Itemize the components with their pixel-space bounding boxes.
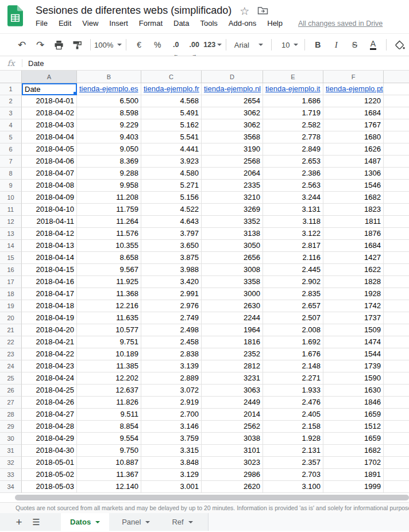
row-number[interactable]: 25	[0, 372, 22, 385]
data-cell[interactable]: 3352	[202, 216, 263, 228]
data-cell[interactable]: 2018-04-13	[22, 240, 77, 252]
data-cell[interactable]: 1487	[323, 156, 384, 168]
menu-file[interactable]: File	[36, 19, 48, 28]
row-number[interactable]: 23	[0, 348, 22, 360]
data-cell[interactable]: 6.500	[77, 95, 141, 107]
menu-addons[interactable]: Add-ons	[229, 19, 256, 28]
empty-cell[interactable]	[384, 192, 409, 204]
data-cell[interactable]: 10.189	[77, 348, 141, 360]
data-cell[interactable]: 2.386	[263, 168, 323, 180]
row-number[interactable]: 30	[0, 433, 22, 445]
menu-tools[interactable]: Tools	[200, 19, 217, 28]
data-cell[interactable]: 3.129	[141, 469, 202, 481]
format-percent-button[interactable]: %	[150, 37, 165, 52]
row-number[interactable]: 34	[0, 481, 22, 493]
data-cell[interactable]: 12.637	[77, 385, 141, 397]
data-cell[interactable]: 1737	[323, 312, 384, 324]
data-cell[interactable]: 1544	[323, 348, 384, 360]
row-number[interactable]: 8	[0, 168, 22, 180]
data-cell[interactable]: 1682	[323, 192, 384, 204]
menu-insert[interactable]: Insert	[109, 19, 128, 28]
data-cell[interactable]: 2.976	[141, 300, 202, 312]
data-cell[interactable]: 2018-04-02	[22, 107, 77, 119]
row-number[interactable]: 13	[0, 228, 22, 240]
data-cell[interactable]: 2986	[202, 469, 263, 481]
column-header-b[interactable]: B	[77, 71, 141, 83]
data-cell[interactable]: 11.826	[77, 397, 141, 409]
data-cell[interactable]: 2018-04-09	[22, 192, 77, 204]
data-cell[interactable]: 3.315	[141, 445, 202, 457]
data-cell[interactable]: 1680	[323, 131, 384, 143]
data-cell[interactable]: 2064	[202, 168, 263, 180]
data-cell[interactable]: 1.692	[263, 336, 323, 348]
data-cell[interactable]: 2.582	[263, 119, 323, 131]
data-cell[interactable]: 3568	[202, 131, 263, 143]
row-number[interactable]: 2	[0, 95, 22, 107]
data-cell[interactable]: 1767	[323, 119, 384, 131]
data-cell[interactable]: 2.357	[263, 457, 323, 469]
data-cell[interactable]: 2.902	[263, 276, 323, 288]
tab-panel[interactable]: Panel	[113, 513, 159, 531]
data-cell[interactable]: 9.511	[77, 409, 141, 421]
print-icon[interactable]	[51, 37, 66, 52]
data-cell[interactable]: 2018-04-03	[22, 119, 77, 131]
empty-cell[interactable]	[384, 143, 409, 156]
empty-cell[interactable]	[384, 240, 409, 252]
data-cell[interactable]: 2630	[202, 300, 263, 312]
data-cell[interactable]: 2018-04-15	[22, 264, 77, 276]
empty-cell[interactable]	[384, 324, 409, 336]
data-cell[interactable]: 1306	[323, 168, 384, 180]
data-cell[interactable]: 2.498	[141, 324, 202, 336]
row-number[interactable]: 3	[0, 107, 22, 119]
row-number[interactable]: 19	[0, 300, 22, 312]
data-cell[interactable]: 1630	[323, 385, 384, 397]
data-cell[interactable]: 2.749	[141, 312, 202, 324]
data-cell[interactable]: 11.635	[77, 312, 141, 324]
selected-cell-a1[interactable]: Date	[22, 83, 77, 95]
paint-format-icon[interactable]	[70, 37, 84, 52]
data-cell[interactable]: 3.072	[141, 385, 202, 397]
row-number[interactable]: 29	[0, 421, 22, 433]
row-number[interactable]: 22	[0, 336, 22, 348]
data-cell[interactable]: 3.139	[141, 360, 202, 372]
data-cell[interactable]: 2018-04-30	[22, 445, 77, 457]
empty-cell[interactable]	[384, 83, 409, 95]
empty-cell[interactable]	[384, 457, 409, 469]
data-cell[interactable]: 2018-05-01	[22, 457, 77, 469]
data-cell[interactable]: 4.522	[141, 204, 202, 216]
formula-bar-value[interactable]: Date	[28, 59, 44, 68]
empty-cell[interactable]	[384, 300, 409, 312]
row-number[interactable]: 31	[0, 445, 22, 457]
empty-cell[interactable]	[384, 397, 409, 409]
empty-cell[interactable]	[384, 312, 409, 324]
data-cell[interactable]: 8.854	[77, 421, 141, 433]
data-cell[interactable]: 11.576	[77, 228, 141, 240]
move-to-folder-icon[interactable]	[257, 6, 268, 15]
empty-cell[interactable]	[384, 469, 409, 481]
row-number[interactable]: 5	[0, 131, 22, 143]
data-cell[interactable]: 1928	[323, 288, 384, 300]
data-cell[interactable]: 2.700	[141, 409, 202, 421]
row-number[interactable]: 11	[0, 204, 22, 216]
menu-edit[interactable]: Edit	[59, 19, 71, 28]
data-cell[interactable]: 2335	[202, 180, 263, 192]
data-cell[interactable]: 2018-05-02	[22, 469, 77, 481]
horizontal-scrollbar[interactable]	[0, 493, 409, 502]
save-status[interactable]: All changes saved in Drive	[298, 20, 383, 28]
data-cell[interactable]: 2568	[202, 156, 263, 168]
data-cell[interactable]: 2.116	[263, 252, 323, 264]
data-cell[interactable]: 2.849	[263, 143, 323, 156]
increase-decimal-button[interactable]: .00→	[187, 37, 202, 52]
empty-cell[interactable]	[384, 481, 409, 493]
row-number[interactable]: 20	[0, 312, 22, 324]
data-cell[interactable]: 3062	[202, 119, 263, 131]
data-cell[interactable]: 2018-05-03	[22, 481, 77, 493]
data-cell[interactable]: 3.420	[141, 276, 202, 288]
data-cell[interactable]: 2.838	[141, 348, 202, 360]
data-cell[interactable]: 2.476	[263, 397, 323, 409]
tab-datos[interactable]: Datos	[61, 513, 109, 531]
data-cell[interactable]: 1546	[323, 180, 384, 192]
data-cell[interactable]: 4.441	[141, 143, 202, 156]
data-cell[interactable]: 3000	[202, 288, 263, 300]
header-link-cell[interactable]: tienda-ejemplo.nl	[202, 83, 263, 95]
